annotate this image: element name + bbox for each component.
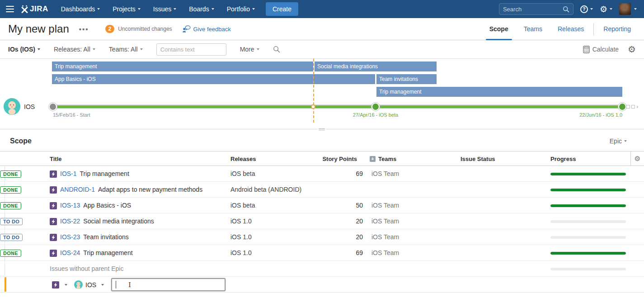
progress-bar — [550, 236, 626, 239]
column-header-progress[interactable]: Progress — [550, 151, 576, 166]
expand-chevron-icon[interactable]: › — [10, 245, 16, 261]
tab-scope[interactable]: Scope — [482, 18, 516, 40]
nav-item-dashboards[interactable]: Dashboards — [55, 0, 107, 18]
scope-rows: ›IOS-1Trip managementiOS beta69iOS TeamD… — [0, 166, 644, 261]
new-issue-type-dropdown[interactable] — [52, 277, 67, 293]
issue-key-link[interactable]: IOS-1 — [60, 166, 77, 182]
title-cell: IOS-22Social media integrations — [50, 213, 154, 229]
expand-chevron-icon[interactable]: › — [10, 198, 16, 213]
table-row[interactable]: ›IOS-24Trip managementiOS 1.069iOS TeamD… — [0, 245, 644, 261]
table-row[interactable]: IOS-23Team invitationsiOS 1.020iOS TeamT… — [0, 229, 644, 245]
issue-title: Trip management — [83, 245, 132, 261]
split-drag-handle[interactable] — [317, 128, 326, 131]
issue-key-link[interactable]: IOS-13 — [60, 198, 80, 213]
column-header-teams[interactable]: + Teams — [370, 151, 396, 166]
ibeam-cursor: I — [128, 281, 131, 289]
hamburger-menu-icon[interactable] — [6, 6, 14, 12]
issue-key-link[interactable]: IOS-22 — [60, 213, 80, 229]
new-issue-title-input[interactable]: I — [111, 278, 226, 291]
issue-key-link[interactable]: IOS-23 — [60, 229, 80, 245]
filter-search-icon[interactable] — [273, 46, 280, 53]
expand-chevron-icon[interactable]: › — [10, 166, 16, 182]
new-issue-team-dropdown[interactable]: IOS — [74, 277, 104, 293]
navbar-right: Search ? ⚙ — [499, 3, 644, 15]
settings-menu[interactable]: ⚙ — [600, 5, 612, 14]
nav-item-portfolio[interactable]: Portfolio — [221, 0, 261, 18]
nav-item-projects[interactable]: Projects — [106, 0, 147, 18]
status-badge: TO DO — [0, 218, 23, 225]
releases-filter-dropdown[interactable]: Releases: All — [54, 46, 95, 53]
more-filters-label: More — [240, 46, 254, 53]
orphan-epic-row[interactable]: Issues without parent Epic — [0, 261, 644, 277]
help-menu[interactable]: ? — [580, 5, 593, 13]
milestone-marker[interactable] — [372, 104, 379, 110]
more-actions-button[interactable]: ••• — [79, 25, 89, 33]
chevron-down-icon — [257, 48, 259, 50]
gantt-bar[interactable]: App Basics - iOS — [52, 74, 375, 84]
issue-key-link[interactable]: ANDROID-1 — [60, 182, 95, 198]
nav-item-boards[interactable]: Boards — [183, 0, 220, 18]
issue-key-link[interactable]: IOS-24 — [60, 245, 80, 261]
give-feedback-link[interactable]: Give feedback — [182, 25, 231, 33]
team-cell: iOS Team — [371, 245, 399, 261]
plan-settings-gear-icon[interactable]: ⚙ — [628, 44, 636, 55]
gantt-bar[interactable]: Social media integrations — [315, 61, 437, 71]
gantt-bar[interactable]: Trip management — [52, 61, 313, 71]
today-marker-dot — [311, 104, 315, 109]
create-button[interactable]: Create — [266, 2, 298, 16]
add-column-icon[interactable]: + — [370, 156, 376, 162]
jira-logo[interactable]: JIRA — [20, 5, 48, 14]
calculate-button[interactable]: Calculate — [583, 46, 619, 53]
table-row[interactable]: ›IOS-1Trip managementiOS beta69iOS TeamD… — [0, 166, 644, 182]
plan-selector-label: IOs (IOS) — [8, 46, 35, 53]
epic-icon — [52, 281, 59, 289]
column-header-story-points[interactable]: Story Points — [310, 151, 357, 166]
expand-chevron-icon[interactable]: › — [10, 182, 16, 198]
release-cell: Android beta (ANDROID) — [230, 182, 301, 198]
nav-item-label: Projects — [113, 5, 136, 13]
teams-filter-label: Teams: All — [109, 46, 138, 53]
filter-bar-right: Calculate ⚙ — [583, 44, 636, 55]
tab-teams[interactable]: Teams — [516, 18, 550, 40]
epic-icon — [50, 234, 57, 241]
status-badge: TO DO — [0, 234, 23, 241]
scope-header: Scope Epic — [0, 129, 644, 151]
column-header-releases[interactable]: Releases — [230, 151, 256, 166]
nav-menu: DashboardsProjectsIssuesBoardsPortfolio — [55, 0, 261, 18]
chevron-down-icon — [252, 8, 255, 10]
timeline-pan-right-icon[interactable]: › — [636, 103, 638, 110]
nav-item-issues[interactable]: Issues — [147, 0, 183, 18]
milestone-marker[interactable] — [50, 104, 56, 110]
gantt-bar[interactable]: Trip management — [376, 87, 622, 97]
timeline-progress-fill — [54, 105, 621, 108]
issue-title: Trip management — [80, 166, 129, 182]
team-cell: iOS Team — [371, 166, 399, 182]
team-avatar-ios[interactable] — [4, 98, 20, 115]
gantt-bar[interactable]: Team invitations — [376, 74, 437, 84]
column-header-title[interactable]: Title — [50, 151, 62, 166]
group-by-epic-dropdown[interactable]: Epic — [610, 137, 634, 145]
column-settings-gear-icon[interactable]: ⚙ — [630, 151, 644, 166]
teams-filter-dropdown[interactable]: Teams: All — [109, 46, 143, 53]
plan-selector-dropdown[interactable]: IOs (IOS) — [8, 46, 40, 53]
tab-reporting[interactable]: Reporting — [596, 18, 639, 40]
calculator-icon — [583, 46, 590, 53]
search-icon[interactable] — [563, 6, 569, 13]
timeline-zoom-handle[interactable] — [626, 105, 630, 109]
more-filters-dropdown[interactable]: More — [240, 46, 259, 53]
tab-releases[interactable]: Releases — [550, 18, 592, 40]
search-input[interactable]: Search — [499, 3, 573, 15]
table-row[interactable]: ›ANDROID-1Adapt apps to new payment meth… — [0, 182, 644, 198]
milestone-marker[interactable] — [619, 104, 625, 110]
timeline-zoom-handle[interactable] — [631, 105, 635, 109]
table-row[interactable]: IOS-22Social media integrationsiOS 1.020… — [0, 213, 644, 229]
table-row[interactable]: ›IOS-13App Basics - iOSiOS beta50iOS Tea… — [0, 198, 644, 213]
timeline-track[interactable] — [53, 104, 622, 109]
progress-bar — [550, 173, 626, 175]
uncommitted-changes-badge[interactable]: 2 — [105, 25, 115, 33]
column-header-issue-status[interactable]: Issue Status — [461, 151, 495, 166]
contains-text-input[interactable] — [156, 43, 226, 56]
team-cell: iOS Team — [371, 213, 399, 229]
orphan-epic-label: Issues without parent Epic — [50, 261, 123, 277]
user-menu[interactable] — [619, 3, 637, 15]
